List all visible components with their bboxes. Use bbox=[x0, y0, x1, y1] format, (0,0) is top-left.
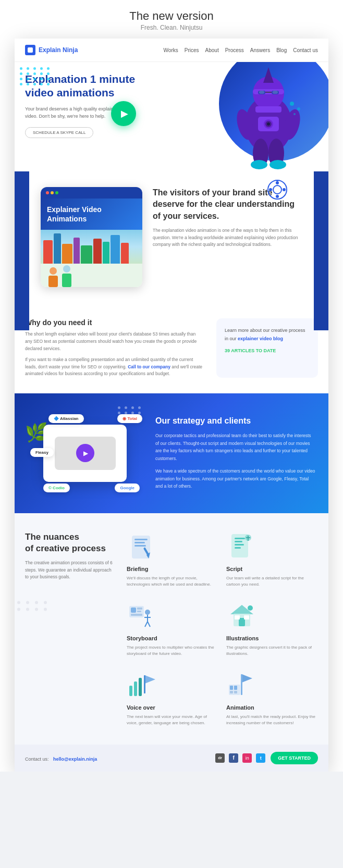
person2-body bbox=[62, 274, 71, 287]
nav-works[interactable]: Works bbox=[164, 47, 178, 53]
svg-rect-58 bbox=[235, 615, 240, 619]
process-step-briefing: Briefing We'll discuss the length of you… bbox=[127, 531, 218, 588]
animation-svg bbox=[226, 670, 258, 701]
svg-rect-70 bbox=[234, 686, 237, 690]
svg-point-29 bbox=[283, 188, 286, 191]
svg-point-23 bbox=[293, 113, 296, 115]
dot-decoration-tl bbox=[20, 67, 51, 85]
svg-rect-62 bbox=[134, 681, 137, 696]
nav-contact[interactable]: Contact us bbox=[293, 47, 318, 53]
process-header: The nuances of creative process The crea… bbox=[25, 531, 318, 588]
strategy-section: 🌿 ▶ 🔷 Atlassian ◉ Total bbox=[15, 393, 328, 513]
svg-point-27 bbox=[276, 195, 279, 198]
nav-links: Works Prices About Process Answers Blog … bbox=[164, 47, 318, 53]
briefing-title: Briefing bbox=[127, 566, 218, 572]
strategy-play-icon: ▶ bbox=[83, 450, 88, 457]
company-link[interactable]: Call to our company bbox=[128, 364, 170, 369]
svg-point-18 bbox=[251, 160, 267, 169]
svg-rect-6 bbox=[258, 91, 265, 94]
person2-head bbox=[63, 265, 70, 272]
animation-icon bbox=[226, 670, 258, 701]
get-started-button[interactable]: GET STARTED bbox=[271, 752, 318, 764]
page-subtitle: Fresh. Clean. Ninjutsu bbox=[0, 24, 343, 31]
client-badge-codio: © Codio bbox=[43, 483, 70, 492]
play-icon: ▶ bbox=[121, 108, 128, 119]
voiceover-title: Voice over bbox=[127, 704, 218, 711]
process-steps-row1: Briefing We'll discuss the length of you… bbox=[127, 531, 318, 588]
storyboard-svg bbox=[127, 601, 158, 632]
video-card-header bbox=[41, 187, 142, 199]
social-twitter[interactable]: t bbox=[256, 753, 265, 763]
script-desc: Our team will write a detailed script fo… bbox=[226, 575, 318, 588]
process-steps-row2: Storyboard The project moves to multipli… bbox=[25, 601, 318, 657]
svg-rect-39 bbox=[235, 541, 242, 542]
svg-rect-3 bbox=[253, 89, 284, 94]
svg-rect-69 bbox=[230, 686, 233, 690]
nav-process[interactable]: Process bbox=[225, 47, 244, 53]
window-controls bbox=[46, 191, 58, 194]
video-card-image bbox=[41, 230, 142, 287]
ninja-svg bbox=[216, 62, 321, 171]
illustrations-desc: The graphic designers convert it to the … bbox=[226, 644, 318, 657]
svg-rect-47 bbox=[137, 607, 142, 610]
social-dribbble[interactable]: dr bbox=[215, 753, 225, 763]
footer-right: dr f in t GET STARTED bbox=[215, 752, 318, 764]
nav-prices[interactable]: Prices bbox=[185, 47, 199, 53]
video-card-body: Explainer Video Animations bbox=[41, 199, 142, 230]
svg-rect-34 bbox=[134, 545, 146, 547]
building6 bbox=[93, 239, 102, 264]
strategy-visual: 🌿 ▶ 🔷 Atlassian ◉ Total bbox=[28, 412, 142, 495]
nav-blog[interactable]: Blog bbox=[276, 47, 287, 53]
film-reel-icon bbox=[267, 179, 288, 202]
svg-point-50 bbox=[145, 610, 150, 615]
svg-line-53 bbox=[145, 622, 148, 627]
social-instagram[interactable]: in bbox=[242, 753, 252, 763]
process-step-script: Script Our team will write a detailed sc… bbox=[226, 531, 318, 588]
script-svg bbox=[226, 531, 258, 563]
client-badge-total: ◉ Total bbox=[117, 414, 142, 423]
footer-email[interactable]: hello@explain.ninja bbox=[53, 757, 97, 762]
briefing-svg bbox=[127, 531, 158, 563]
blog-link[interactable]: explainer video blog bbox=[238, 336, 283, 341]
svg-rect-32 bbox=[134, 539, 148, 540]
animation-title: Animation bbox=[226, 704, 318, 711]
nav-about[interactable]: About bbox=[205, 47, 219, 53]
building8 bbox=[111, 235, 120, 264]
strategy-text: Our strategy and clients Our corporate t… bbox=[155, 416, 315, 490]
script-title: Script bbox=[226, 566, 318, 572]
svg-point-15 bbox=[267, 122, 270, 126]
voiceover-svg bbox=[127, 670, 158, 701]
strategy-play[interactable]: ▶ bbox=[76, 444, 94, 462]
illustrations-svg bbox=[226, 601, 258, 632]
play-button[interactable]: ▶ bbox=[111, 101, 136, 126]
building9 bbox=[121, 243, 129, 264]
svg-rect-48 bbox=[137, 611, 141, 612]
blue-left bbox=[15, 171, 29, 303]
nav-answers[interactable]: Answers bbox=[250, 47, 270, 53]
svg-rect-7 bbox=[272, 91, 279, 94]
process-step-animation: Animation At last, you'll match the read… bbox=[226, 670, 318, 726]
svg-rect-9 bbox=[255, 106, 281, 113]
svg-point-21 bbox=[290, 102, 294, 106]
client-badge-google: Google bbox=[115, 483, 140, 492]
building1 bbox=[43, 240, 53, 264]
schedule-button[interactable]: SCHEDULE A SKYPE CALL bbox=[25, 127, 93, 138]
briefing-icon bbox=[127, 531, 158, 563]
process-step-illustrations: Illustrations The graphic designers conv… bbox=[226, 601, 318, 657]
svg-point-22 bbox=[297, 107, 300, 110]
svg-rect-40 bbox=[235, 544, 244, 545]
strategy-dots bbox=[118, 406, 142, 414]
hero-description: Your brand deserves a high quality expla… bbox=[25, 105, 124, 120]
articles-count: 39 ARTICLES TO DATE bbox=[225, 348, 310, 353]
voiceover-desc: The next team will voice your movie. Age… bbox=[127, 714, 218, 726]
footer: Contact us: hello@explain.ninja dr f in … bbox=[15, 745, 328, 772]
social-facebook[interactable]: f bbox=[229, 753, 238, 763]
storyboard-title: Storyboard bbox=[127, 635, 218, 641]
svg-marker-20 bbox=[263, 67, 274, 83]
svg-marker-64 bbox=[145, 675, 155, 684]
footer-contact: Contact us: hello@explain.ninja bbox=[25, 753, 97, 763]
strategy-card: ▶ bbox=[43, 425, 127, 482]
person1-body bbox=[48, 276, 58, 287]
svg-point-26 bbox=[276, 181, 279, 184]
site-mockup: Explain Ninja Works Prices About Process… bbox=[15, 39, 328, 772]
